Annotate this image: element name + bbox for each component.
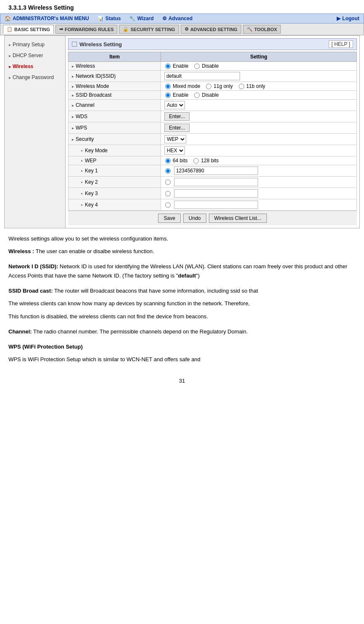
wizard-icon: 🔧 xyxy=(129,16,135,21)
wireless-item-label: Wireless xyxy=(69,62,161,71)
bottom-buttons: Save Undo Wireless Client List... xyxy=(68,211,357,225)
nav-wizard-label: Wizard xyxy=(137,16,153,21)
advanced-setting-icon: ⚙ xyxy=(185,26,189,32)
ssid-broadcast-label: SSID Broadcast xyxy=(69,91,161,100)
mixed-mode-radio[interactable] xyxy=(165,84,171,89)
table-row: Network ID(SSID) xyxy=(69,71,357,82)
col-item-header: Item xyxy=(69,52,161,62)
page-number: 31 xyxy=(0,373,364,388)
wps-label: WPS xyxy=(69,122,161,134)
sidebar-item-dhcp[interactable]: DHCP Server xyxy=(5,50,65,61)
key4-select-radio[interactable] xyxy=(165,202,171,208)
home-icon: 🏠 xyxy=(5,16,11,21)
wireless-setting: Enable Disable xyxy=(161,62,356,71)
nav-logout-label: Logout xyxy=(342,16,359,21)
table-row: Key 1 xyxy=(69,165,357,177)
nav-admin[interactable]: 🏠 ADMINISTRATOR's MAIN MENU xyxy=(5,16,89,21)
sidebar-item-primary[interactable]: Primary Setup xyxy=(5,39,65,50)
save-button[interactable]: Save xyxy=(158,214,180,223)
wireless-mode-setting: Mixed mode 11g only 11b only xyxy=(161,82,356,91)
forwarding-icon: ➡ xyxy=(59,26,63,32)
sidebar-password-label: Change Password xyxy=(13,74,54,80)
64bit-option[interactable]: 64 bits xyxy=(164,158,187,164)
undo-button[interactable]: Undo xyxy=(183,214,206,223)
key1-label: Key 1 xyxy=(69,165,161,177)
key1-input[interactable] xyxy=(174,167,258,175)
subnav-security[interactable]: 🔒 SECURITY SETTING xyxy=(119,25,179,34)
ssid-broadcast-section: SSID Broad cast: The router will Broadca… xyxy=(8,286,356,321)
table-row: WEP 64 bits 128 bits xyxy=(69,156,357,165)
key2-input[interactable] xyxy=(174,178,258,186)
wds-enter-button[interactable]: Enter... xyxy=(164,112,190,121)
wireless-enable-radio[interactable] xyxy=(165,63,171,69)
table-row: Key 3 xyxy=(69,188,357,199)
broadcast-enable-option[interactable]: Enable xyxy=(164,92,188,98)
ssid-input[interactable] xyxy=(164,72,240,80)
wireless-enable-option[interactable]: Enable xyxy=(164,63,188,69)
table-row: Wireless Mode Mixed mode 11g only 11b on… xyxy=(69,82,357,91)
11b-radio[interactable] xyxy=(239,84,244,89)
network-id-section: Network I D (SSID): Network ID is used f… xyxy=(8,262,356,280)
content-title: Wireless Setting xyxy=(72,41,122,48)
content-area: Wireless Setting [ HELP ] Item Setting W… xyxy=(66,36,359,228)
key4-input[interactable] xyxy=(174,201,258,209)
key3-input[interactable] xyxy=(174,189,258,198)
nav-advanced[interactable]: ⚙ Advanced xyxy=(162,16,193,21)
channel-title: Channel: xyxy=(8,328,32,335)
ssid-item-label: Network ID(SSID) xyxy=(69,71,161,82)
wep-label: WEP xyxy=(69,156,161,165)
broadcast-enable-radio[interactable] xyxy=(165,93,171,98)
wireless-disable-radio[interactable] xyxy=(194,63,200,69)
broadcast-disable-radio[interactable] xyxy=(194,93,200,98)
wds-setting: Enter... xyxy=(161,111,356,122)
channel-select[interactable]: Auto xyxy=(164,101,185,109)
wireless-mode-label: Wireless Mode xyxy=(69,82,161,91)
nav-status-label: Status xyxy=(106,16,121,21)
wds-label: WDS xyxy=(69,111,161,122)
subnav-forwarding[interactable]: ➡ FORWARDING RULES xyxy=(55,25,118,34)
nav-logout[interactable]: ▶ Logout xyxy=(337,16,359,21)
key2-group xyxy=(164,178,353,186)
key2-select-radio[interactable] xyxy=(165,180,171,185)
help-link[interactable]: [ HELP ] xyxy=(329,40,353,48)
toolbox-icon: 🔨 xyxy=(247,26,253,32)
key4-group xyxy=(164,201,353,209)
subnav-basic-label: BASIC SETTING xyxy=(14,27,50,32)
wireless-title: Wireless : xyxy=(8,248,34,254)
table-row: Key 2 xyxy=(69,177,357,188)
wps-title-text: WPS (WiFi Protection Setup) xyxy=(8,342,356,352)
security-select[interactable]: WEP xyxy=(164,135,186,143)
mixed-mode-option[interactable]: Mixed mode xyxy=(164,83,200,89)
wps-enter-button[interactable]: Enter... xyxy=(164,124,190,132)
subnav-basic[interactable]: 📋 BASIC SETTING xyxy=(3,25,54,34)
subnav-toolbox[interactable]: 🔨 TOOLBOX xyxy=(243,25,281,34)
subnav-advanced[interactable]: ⚙ ADVANCED SETTING xyxy=(181,25,241,34)
key2-setting xyxy=(161,177,356,188)
content-header: Wireless Setting [ HELP ] xyxy=(68,38,357,50)
11b-only-option[interactable]: 11b only xyxy=(238,83,265,89)
broadcast-disable-option[interactable]: Disable xyxy=(193,92,219,98)
main-layout: Primary Setup DHCP Server Wireless Chang… xyxy=(4,35,360,228)
wireless-disable-option[interactable]: Disable xyxy=(193,63,219,69)
sidebar-item-wireless[interactable]: Wireless xyxy=(5,61,65,72)
64bit-radio[interactable] xyxy=(165,158,171,164)
wireless-mode-radio-group: Mixed mode 11g only 11b only xyxy=(164,83,353,89)
128bit-option[interactable]: 128 bits xyxy=(193,158,219,164)
page-heading: 3.3.1.3 Wireless Setting xyxy=(0,0,364,13)
wireless-desc: The user can enable or disalbe wireless … xyxy=(36,248,154,254)
sidebar-item-password[interactable]: Change Password xyxy=(5,72,65,83)
ssid-broadcast-line1: The router will Broadcast beacons that h… xyxy=(54,288,258,294)
channel-text: Channel: The radio channel number. The p… xyxy=(8,327,356,336)
wireless-client-list-button[interactable]: Wireless Client List... xyxy=(209,214,267,223)
basic-setting-icon: 📋 xyxy=(7,26,13,32)
key-mode-select[interactable]: HEX xyxy=(164,146,185,155)
128bit-radio[interactable] xyxy=(193,158,199,164)
wep-setting: 64 bits 128 bits xyxy=(161,156,356,165)
nav-wizard[interactable]: 🔧 Wizard xyxy=(129,16,153,21)
key1-select-radio[interactable] xyxy=(165,168,171,174)
11g-only-option[interactable]: 11g only xyxy=(205,83,232,89)
key3-select-radio[interactable] xyxy=(165,191,171,196)
nav-status[interactable]: 📊 Status xyxy=(98,16,121,21)
11g-radio[interactable] xyxy=(206,84,211,89)
key1-setting xyxy=(161,165,356,177)
